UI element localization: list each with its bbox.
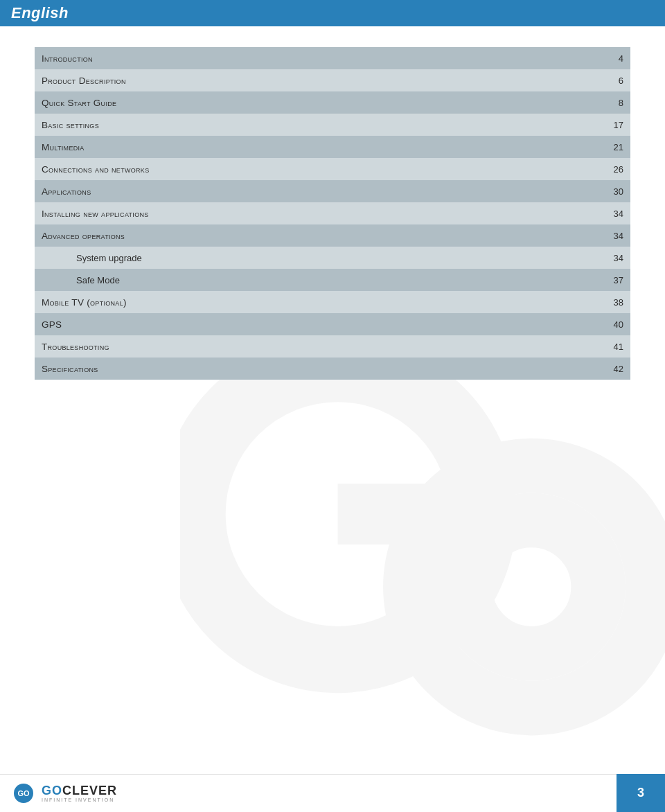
- go-circle-text: GO: [17, 789, 29, 797]
- toc-entry-page: 41: [589, 335, 630, 358]
- toc-entry-label: Safe Mode: [35, 269, 589, 291]
- toc-row: Troubleshooting41: [35, 335, 630, 358]
- logo-subtitle: INFINITE INVENTION: [42, 797, 117, 802]
- logo-main-text: GOCLEVER: [42, 784, 117, 797]
- toc-entry-page: 6: [589, 69, 630, 91]
- toc-entry-label: Installing new applications: [35, 202, 589, 224]
- header-bar: English: [0, 0, 665, 26]
- toc-row: Multimedia21: [35, 136, 630, 158]
- toc-entry-label: Basic settings: [35, 114, 589, 136]
- go-circle: GO: [14, 784, 33, 803]
- footer-page-number: 3: [617, 774, 665, 812]
- toc-entry-page: 34: [589, 202, 630, 224]
- content-area: Introduction4Product Description6Quick S…: [0, 26, 665, 394]
- toc-entry-label: Mobile TV (optional): [35, 291, 589, 313]
- toc-row: Product Description6: [35, 69, 630, 91]
- toc-entry-page: 34: [589, 247, 630, 269]
- svg-point-3: [465, 520, 598, 654]
- toc-entry-page: 4: [589, 47, 630, 69]
- footer-logo-area: GO GOCLEVER INFINITE INVENTION: [0, 774, 617, 812]
- toc-entry-page: 38: [589, 291, 630, 313]
- logo-go-icon: GO: [14, 784, 33, 803]
- logo-text-block: GOCLEVER INFINITE INVENTION: [42, 784, 117, 802]
- toc-entry-label: Introduction: [35, 47, 589, 69]
- toc-entry-label: Specifications: [35, 358, 589, 380]
- toc-table: Introduction4Product Description6Quick S…: [35, 47, 630, 380]
- toc-entry-label: Troubleshooting: [35, 335, 589, 358]
- toc-entry-page: 17: [589, 114, 630, 136]
- toc-entry-label: System upgrade: [35, 247, 589, 269]
- footer: GO GOCLEVER INFINITE INVENTION 3: [0, 774, 665, 812]
- toc-row: System upgrade34: [35, 247, 630, 269]
- toc-row: Installing new applications34: [35, 202, 630, 224]
- toc-entry-label: Product Description: [35, 69, 589, 91]
- toc-entry-page: 37: [589, 269, 630, 291]
- toc-row: Advanced operations34: [35, 224, 630, 247]
- toc-row: GPS40: [35, 313, 630, 335]
- toc-row: Specifications42: [35, 358, 630, 380]
- toc-entry-page: 42: [589, 358, 630, 380]
- logo-clever-part: CLEVER: [62, 784, 117, 797]
- toc-row: Connections and networks26: [35, 158, 630, 180]
- toc-row: Basic settings17: [35, 114, 630, 136]
- toc-row: Safe Mode37: [35, 269, 630, 291]
- toc-row: Mobile TV (optional)38: [35, 291, 630, 313]
- toc-entry-label: Applications: [35, 180, 589, 202]
- toc-row: Introduction4: [35, 47, 630, 69]
- logo-go-part: GO: [42, 784, 62, 797]
- toc-entry-label: Advanced operations: [35, 224, 589, 247]
- toc-entry-page: 40: [589, 313, 630, 335]
- toc-entry-page: 21: [589, 136, 630, 158]
- page-title: English: [11, 4, 69, 22]
- logo-container: GO GOCLEVER INFINITE INVENTION: [14, 784, 117, 803]
- toc-entry-page: 8: [589, 91, 630, 114]
- toc-entry-page: 34: [589, 224, 630, 247]
- toc-entry-label: Quick Start Guide: [35, 91, 589, 114]
- toc-entry-label: Multimedia: [35, 136, 589, 158]
- toc-entry-page: 30: [589, 180, 630, 202]
- toc-row: Applications30: [35, 180, 630, 202]
- toc-entry-label: GPS: [35, 313, 589, 335]
- toc-entry-page: 26: [589, 158, 630, 180]
- toc-entry-label: Connections and networks: [35, 158, 589, 180]
- toc-row: Quick Start Guide8: [35, 91, 630, 114]
